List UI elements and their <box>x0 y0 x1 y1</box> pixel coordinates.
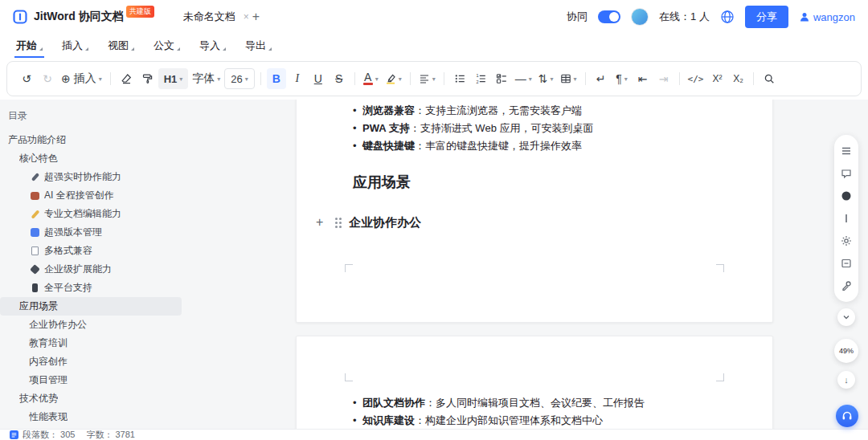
drag-handle-icon[interactable] <box>335 218 338 220</box>
divider-insert-select[interactable]: ―▾ <box>513 68 534 89</box>
search-button[interactable] <box>760 68 779 89</box>
toc-item-version[interactable]: 超强版本管理 <box>0 223 182 242</box>
undo-button[interactable]: ↺ <box>17 68 36 89</box>
toolbar-divider <box>444 72 444 85</box>
header-actions: 协同 在线：1 人 分享 wangzon <box>567 6 855 28</box>
close-tab-icon[interactable]: × <box>244 11 249 22</box>
collapse-panel-button[interactable] <box>837 308 855 326</box>
add-document-button[interactable]: + <box>252 10 260 24</box>
format-toolbar: ↺ ↻ ⊕ 插入▾ H1▾ 字体▾ 26▾ B I U S A▾ ▾ ▾ 12 … <box>6 61 862 96</box>
document-canvas[interactable]: •浏览器兼容：支持主流浏览器，无需安装客户端 •PWA 支持：支持渐进式 Web… <box>201 100 868 429</box>
bullet-item[interactable]: •键盘快捷键：丰富的键盘快捷键，提升操作效率 <box>353 137 740 155</box>
heading-select[interactable]: H1▾ <box>158 68 189 89</box>
menu-insert[interactable]: 插入 <box>52 34 98 58</box>
bullet-item[interactable]: •团队文档协作：多人同时编辑项目文档、会议纪要、工作报告 <box>353 394 740 412</box>
font-color-button[interactable]: A▾ <box>361 68 381 89</box>
bullet-item[interactable]: •知识库建设：构建企业内部知识管理体系和文档中心 <box>353 412 740 429</box>
font-size-select[interactable]: 26▾ <box>224 68 254 89</box>
header-bar: JitWord 协同文档 共建版 未命名文档 × + 协同 在线：1 人 分享 … <box>0 0 868 34</box>
doc-block-enterprise-office[interactable]: + 企业协作办公 <box>297 213 772 232</box>
paragraph-mark-select[interactable]: ¶▾ <box>612 68 632 89</box>
align-select[interactable]: ▾ <box>416 68 438 89</box>
toc-item-formats[interactable]: 多格式兼容 <box>0 242 182 260</box>
margin-mark-icon <box>345 373 353 381</box>
user-menu[interactable]: wangzon <box>799 11 855 23</box>
strikethrough-button[interactable]: S <box>330 68 349 89</box>
font-select[interactable]: 字体▾ <box>190 68 223 89</box>
comment-icon[interactable] <box>841 168 852 179</box>
globe-icon[interactable] <box>720 10 735 24</box>
toc-item-product-intro[interactable]: 产品功能介绍 <box>0 131 182 149</box>
doc-heading-scenarios[interactable]: 应用场景 <box>353 173 772 192</box>
menu-official-doc[interactable]: 公文 <box>144 34 190 58</box>
bullet-list-button[interactable] <box>450 68 469 89</box>
toc-item-education[interactable]: 教育培训 <box>0 334 182 352</box>
theme-icon[interactable] <box>841 190 852 202</box>
task-list-button[interactable] <box>492 68 511 89</box>
page-width-icon[interactable] <box>841 258 852 269</box>
highlight-color-button[interactable]: ▾ <box>383 68 404 89</box>
bullet-list: •浏览器兼容：支持主流浏览器，无需安装客户端 •PWA 支持：支持渐进式 Web… <box>297 100 772 155</box>
toolbar-divider <box>354 72 355 85</box>
menu-home[interactable]: 开始 <box>6 34 52 58</box>
outdent-button[interactable]: ⇤ <box>633 68 653 89</box>
table-select[interactable]: ▾ <box>558 68 579 89</box>
add-block-button[interactable]: + <box>316 213 329 232</box>
insert-menu-button[interactable]: ⊕ 插入▾ <box>59 68 104 89</box>
toc-item-project-mgmt[interactable]: 项目管理 <box>0 371 182 389</box>
menu-caret-icon <box>85 47 88 51</box>
ordered-list-button[interactable]: 12 <box>471 68 490 89</box>
bullet-item[interactable]: •浏览器兼容：支持主流浏览器，无需安装客户端 <box>353 102 740 120</box>
toc-item-editing[interactable]: 专业文档编辑能力 <box>0 205 182 223</box>
toc-item-enterprise-office[interactable]: 企业协作办公 <box>0 316 182 334</box>
italic-button[interactable]: I <box>288 68 307 89</box>
format-clear-button[interactable] <box>117 68 136 89</box>
scroll-down-button[interactable]: ↓ <box>837 371 855 389</box>
subscript-button[interactable]: X₂ <box>728 68 747 89</box>
toc-item-realtime-collab[interactable]: 超强实时协作能力 <box>0 168 182 186</box>
text-cursor-icon[interactable] <box>841 213 852 224</box>
menu-caret-icon <box>39 47 43 51</box>
tools-icon <box>29 264 41 275</box>
avatar[interactable] <box>631 8 649 26</box>
ai-icon <box>29 190 41 202</box>
outline-sidebar: 目录 产品功能介绍 核心特色 超强实时协作能力 AI 全程接管创作 专业文档编辑… <box>0 100 201 429</box>
bullet-item[interactable]: •PWA 支持：支持渐进式 Web 应用，可安装到桌面 <box>353 120 740 137</box>
document-tab[interactable]: 未命名文档 × <box>183 10 249 24</box>
superscript-button[interactable]: X² <box>707 68 727 89</box>
menu-import[interactable]: 导入 <box>190 34 235 58</box>
format-painter-button[interactable] <box>137 68 157 89</box>
page-1[interactable]: •浏览器兼容：支持主流浏览器，无需安装客户端 •PWA 支持：支持渐进式 Web… <box>296 100 773 323</box>
redo-button[interactable]: ↻ <box>38 68 57 89</box>
collab-toggle[interactable] <box>598 10 620 23</box>
wrench-icon[interactable] <box>841 280 852 291</box>
wrap-text-button[interactable]: ↵ <box>592 68 611 89</box>
line-height-select[interactable]: ⇅▾ <box>536 68 556 89</box>
toc-item-performance[interactable]: 性能表现 <box>0 408 182 426</box>
toolbar-divider <box>753 72 754 85</box>
menu-view[interactable]: 视图 <box>98 34 144 58</box>
toc-item-platform[interactable]: 全平台支持 <box>0 279 182 297</box>
share-button[interactable]: 分享 <box>745 6 788 28</box>
device-icon <box>29 283 41 294</box>
indent-button[interactable]: ⇥ <box>654 68 674 89</box>
bullet-list: •团队文档协作：多人同时编辑项目文档、会议纪要、工作报告 •知识库建设：构建企业… <box>297 391 772 429</box>
settings-icon[interactable] <box>841 235 852 246</box>
outline-icon[interactable] <box>841 145 852 157</box>
toc-item-tech-advantages[interactable]: 技术优势 <box>0 389 182 408</box>
code-button[interactable]: </> <box>686 68 706 89</box>
toc-item-scenarios[interactable]: 应用场景 <box>0 297 182 316</box>
toc-item-content-creation[interactable]: 内容创作 <box>0 352 182 371</box>
underline-button[interactable]: U <box>309 68 328 89</box>
toc-item-ai-writing[interactable]: AI 全程接管创作 <box>0 186 182 205</box>
doc-subheading[interactable]: 企业协作办公 <box>349 213 421 232</box>
menu-export[interactable]: 导出 <box>235 34 281 58</box>
right-tool-panel <box>834 135 858 302</box>
toc-item-core-features[interactable]: 核心特色 <box>0 149 182 168</box>
toc-item-enterprise[interactable]: 企业级扩展能力 <box>0 260 182 279</box>
zoom-indicator[interactable]: 49% <box>834 339 858 363</box>
bold-button[interactable]: B <box>267 68 286 89</box>
toolbar-divider <box>410 72 411 85</box>
page-2[interactable]: •团队文档协作：多人同时编辑项目文档、会议纪要、工作报告 •知识库建设：构建企业… <box>296 336 773 429</box>
customer-service-button[interactable] <box>836 405 858 427</box>
